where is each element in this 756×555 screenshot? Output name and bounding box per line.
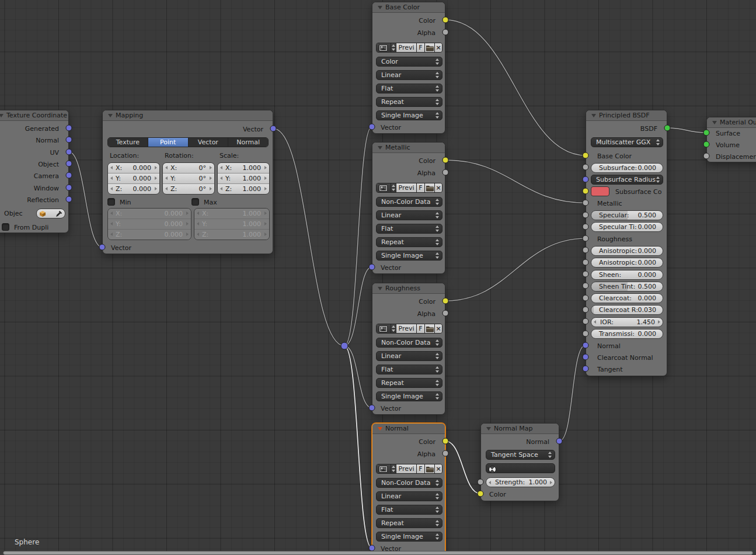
transmission-slider[interactable]: Transmissi:0.000 — [591, 329, 663, 339]
collapse-arrow-icon[interactable] — [378, 427, 382, 431]
decrement-arrow-icon[interactable] — [489, 481, 491, 484]
decrement-arrow-icon[interactable] — [220, 166, 222, 169]
node-material-output[interactable]: Material OutSurfaceVolumeDisplacement — [706, 117, 756, 162]
tab-normal[interactable]: Normal — [228, 138, 268, 147]
node-image-texture-metallic[interactable]: MetallicColorAlphaPreviF×Non-Color DataL… — [372, 142, 445, 274]
socket-texcoord-uv-output[interactable] — [66, 149, 72, 155]
projection-dropdown[interactable]: Flat — [376, 84, 443, 93]
clearcoat_roughness-slider[interactable]: Clearcoat R:0.030 — [591, 305, 663, 315]
sheen-slider[interactable]: Sheen:0.000 — [591, 270, 663, 280]
unlink-image-button[interactable]: × — [434, 464, 442, 473]
distribution-dropdown[interactable]: Multiscatter GGX — [591, 137, 663, 147]
socket-principled-metallic-input[interactable] — [583, 200, 589, 206]
socket-roughness-color-output[interactable] — [443, 298, 449, 304]
wire[interactable] — [344, 267, 372, 346]
collapse-arrow-icon[interactable] — [378, 287, 382, 290]
subsurface-slider[interactable]: Subsurface:0.000 — [591, 163, 663, 173]
interpolation-dropdown[interactable]: Linear — [376, 70, 443, 80]
rotation-fields-row[interactable]: X:0° — [163, 163, 214, 173]
min-fields-row[interactable]: Z:0.000 — [108, 229, 191, 240]
socket-principled-specular_tint-input[interactable] — [583, 223, 589, 230]
increment-arrow-icon[interactable] — [155, 176, 157, 180]
increment-arrow-icon[interactable] — [264, 222, 267, 226]
node-header-image-texture-normal[interactable]: Normal — [372, 424, 445, 434]
source-dropdown[interactable]: Single Image — [376, 251, 443, 261]
fake-user-button[interactable]: F — [416, 464, 424, 473]
socket-metallic-vector-input[interactable] — [369, 264, 375, 270]
wire[interactable] — [445, 441, 480, 494]
decrement-arrow-icon[interactable] — [197, 211, 199, 215]
socket-normal-vector-input[interactable] — [369, 545, 375, 551]
image-browse-arrows[interactable] — [391, 324, 396, 333]
socket-roughness-alpha-output[interactable] — [443, 310, 449, 317]
location-fields-row[interactable]: Z:0.000 — [108, 183, 159, 194]
node-image-texture-roughness[interactable]: RoughnessColorAlphaPreviF×Non-Color Data… — [372, 283, 445, 415]
socket-principled-specular-input[interactable] — [583, 211, 589, 218]
socket-normalmap-strength-input[interactable] — [478, 478, 484, 485]
min-checkbox[interactable] — [107, 198, 115, 206]
location-fields-row[interactable]: Y:0.000 — [108, 173, 159, 183]
decrement-arrow-icon[interactable] — [165, 176, 168, 180]
node-header-image-texture-metallic[interactable]: Metallic — [372, 143, 445, 153]
scale-fields-row[interactable]: X:1.000 — [218, 163, 269, 173]
ior-field[interactable]: IOR:1.450 — [591, 317, 663, 327]
socket-roughness-vector-input[interactable] — [369, 405, 375, 411]
node-image-texture-base-color[interactable]: Base ColorColorAlphaPreviF×ColorLinearFl… — [372, 2, 445, 134]
collapse-arrow-icon[interactable] — [712, 121, 717, 124]
increment-arrow-icon[interactable] — [550, 481, 552, 484]
sheen_tint-slider[interactable]: Sheen Tint:0.500 — [591, 282, 663, 292]
rotation-fields-row[interactable]: Z:0° — [163, 183, 214, 194]
wire[interactable] — [559, 345, 586, 441]
increment-arrow-icon[interactable] — [155, 166, 157, 169]
image-browse-button[interactable] — [377, 43, 391, 52]
increment-arrow-icon[interactable] — [155, 187, 157, 190]
socket-output-displacement-input[interactable] — [703, 153, 710, 159]
fake-user-button[interactable]: F — [416, 43, 424, 52]
source-dropdown[interactable]: Single Image — [376, 391, 443, 401]
socket-principled-roughness-input[interactable] — [583, 235, 589, 242]
collapse-arrow-icon[interactable] — [378, 146, 382, 150]
collapse-arrow-icon[interactable] — [591, 114, 596, 117]
socket-texcoord-reflection-output[interactable] — [66, 196, 72, 203]
wire[interactable] — [445, 20, 586, 155]
increment-arrow-icon[interactable] — [264, 166, 267, 169]
wire[interactable] — [445, 160, 586, 203]
fake-user-button[interactable]: F — [416, 183, 424, 192]
socket-texcoord-camera-output[interactable] — [66, 172, 72, 179]
increment-arrow-icon[interactable] — [264, 187, 267, 190]
open-image-button[interactable] — [424, 464, 434, 473]
color-space-dropdown[interactable]: Non-Color Data — [376, 197, 443, 207]
socket-principled-sheen_tint-input[interactable] — [583, 283, 589, 289]
wire[interactable] — [445, 238, 586, 301]
max-checkbox[interactable] — [191, 198, 199, 206]
collapse-arrow-icon[interactable] — [378, 6, 382, 9]
node-header-normal-map[interactable]: Normal Map — [481, 424, 559, 434]
scale-fields-row[interactable]: Y:1.000 — [218, 173, 269, 183]
increment-arrow-icon[interactable] — [658, 320, 660, 324]
socket-mapping-vector-input[interactable] — [99, 244, 106, 251]
increment-arrow-icon[interactable] — [264, 211, 267, 215]
image-browse-arrows[interactable] — [391, 43, 396, 52]
node-header-texture-coordinate[interactable]: Texture Coordinate — [0, 110, 68, 121]
decrement-arrow-icon[interactable] — [110, 233, 113, 236]
socket-principled-subsurface-input[interactable] — [583, 164, 589, 171]
decrement-arrow-icon[interactable] — [197, 222, 199, 226]
collapse-arrow-icon[interactable] — [486, 427, 491, 431]
from-dupli-checkbox[interactable] — [2, 223, 9, 231]
decrement-arrow-icon[interactable] — [110, 211, 113, 215]
increment-arrow-icon[interactable] — [210, 166, 212, 169]
anisotropic-slider[interactable]: Anisotropic:0.000 — [591, 246, 663, 256]
tab-vector[interactable]: Vector — [188, 138, 228, 147]
image-browse-arrows[interactable] — [391, 464, 396, 473]
socket-principled-tangent-input[interactable] — [583, 366, 589, 372]
tab-point[interactable]: Point — [148, 138, 188, 147]
decrement-arrow-icon[interactable] — [110, 187, 113, 190]
projection-dropdown[interactable]: Flat — [376, 224, 443, 234]
node-image-texture-normal[interactable]: NormalColorAlphaPreviF×Non-Color DataLin… — [372, 423, 445, 555]
socket-metallic-color-output[interactable] — [443, 157, 449, 164]
socket-principled-anisotropic_rotation-input[interactable] — [583, 259, 589, 265]
projection-dropdown[interactable]: Flat — [376, 365, 443, 374]
source-dropdown[interactable]: Single Image — [376, 532, 443, 542]
socket-texcoord-normal-output[interactable] — [66, 137, 72, 143]
node-editor-canvas[interactable]: Sphere Texture CoordinateGeneratedNormal… — [0, 0, 756, 555]
